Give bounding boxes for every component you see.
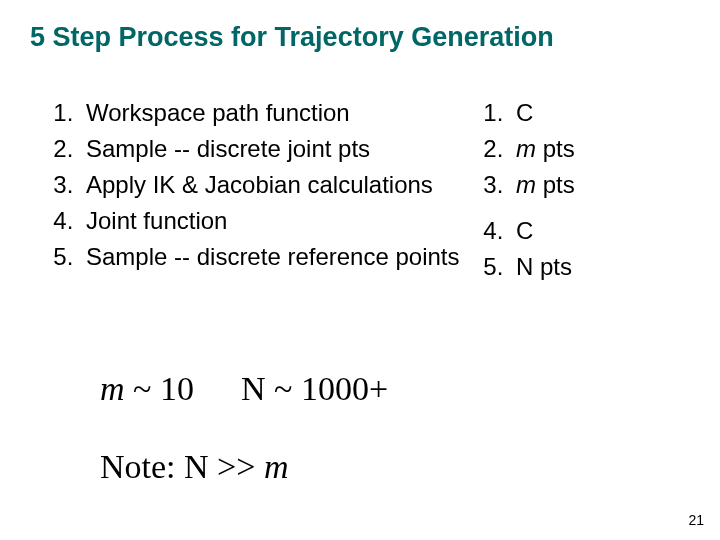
output-4: C	[510, 214, 680, 250]
note-prefix: Note: N >>	[100, 448, 264, 485]
output-3-m: m	[516, 171, 536, 198]
output-3: m pts	[510, 168, 680, 204]
output-3-post: pts	[536, 171, 575, 198]
note-m: m	[264, 448, 289, 485]
output-2-m: m	[516, 135, 536, 162]
output-2: m pts	[510, 132, 680, 168]
note-line: Note: N >> m	[100, 448, 289, 486]
step-2: Sample -- discrete joint pts	[80, 132, 460, 168]
outputs-list-top: C m pts m pts	[470, 96, 680, 204]
steps-list: Workspace path function Sample -- discre…	[40, 96, 460, 276]
step-4: Joint function	[80, 204, 460, 240]
output-1: C	[510, 96, 680, 132]
outputs-list-bottom: C N pts	[470, 214, 680, 286]
output-1-text: C	[516, 99, 533, 126]
approx-m-var: m	[100, 370, 125, 407]
slide-title: 5 Step Process for Trajectory Generation	[30, 22, 690, 53]
page-number: 21	[688, 512, 704, 528]
right-column: C m pts m pts C N pts	[460, 96, 680, 286]
list-gap	[470, 204, 680, 214]
left-column: Workspace path function Sample -- discre…	[40, 96, 460, 286]
approx-m-rel: ~ 10	[125, 370, 194, 407]
approx-n-var: N	[241, 370, 266, 407]
output-5: N pts	[510, 250, 680, 286]
output-2-post: pts	[536, 135, 575, 162]
slide-body: Workspace path function Sample -- discre…	[40, 96, 690, 286]
step-5: Sample -- discrete reference points	[80, 240, 460, 276]
step-1: Workspace path function	[80, 96, 460, 132]
approximations: m ~ 10 N ~ 1000+	[100, 370, 388, 408]
slide: 5 Step Process for Trajectory Generation…	[0, 0, 720, 540]
output-5-text: N pts	[516, 253, 572, 280]
output-4-text: C	[516, 217, 533, 244]
step-3: Apply IK & Jacobian calculations	[80, 168, 460, 204]
approx-n-rel: ~ 1000+	[266, 370, 389, 407]
